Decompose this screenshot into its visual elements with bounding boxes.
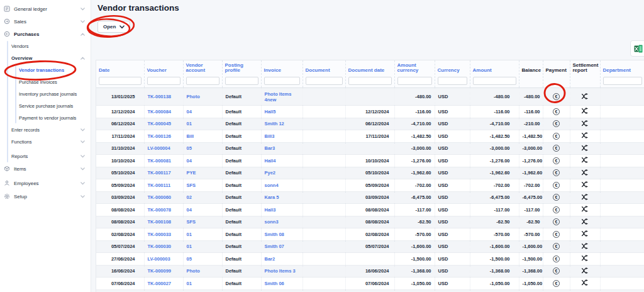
- vendor_account-link[interactable]: 01: [187, 244, 192, 249]
- voucher-link[interactable]: TK-000045: [148, 121, 172, 126]
- column-header-posting_profile[interactable]: Posting profile: [222, 60, 261, 88]
- vendor_account-filter-input[interactable]: [186, 77, 219, 85]
- payment-euro-icon[interactable]: €: [553, 120, 560, 127]
- invoice-link[interactable]: Smith 07: [265, 244, 284, 249]
- vendor_account-link[interactable]: 04: [187, 109, 192, 115]
- invoice-filter-input[interactable]: [264, 77, 300, 85]
- vendor_account-link[interactable]: 05: [187, 145, 192, 151]
- invoice-link[interactable]: Bill3: [265, 133, 275, 139]
- vendor_account-link[interactable]: PYE: [187, 170, 196, 176]
- voucher-link[interactable]: TK-000108: [148, 219, 172, 225]
- settlement-report-icon[interactable]: [581, 279, 589, 286]
- payment-euro-icon[interactable]: €: [553, 157, 560, 164]
- settlement-report-icon[interactable]: [581, 108, 589, 114]
- payment-euro-icon[interactable]: €: [553, 133, 560, 140]
- invoice-link[interactable]: Hall4: [265, 158, 276, 164]
- invoice-link[interactable]: Pye2: [265, 170, 276, 176]
- document_date-filter-input[interactable]: [348, 77, 392, 85]
- payment-euro-icon[interactable]: €: [553, 231, 560, 238]
- sidebar-item-sales[interactable]: Sales: [0, 15, 91, 28]
- sidebar-item-vendors[interactable]: Vendors: [0, 40, 91, 52]
- vendor_account-link[interactable]: 01: [187, 121, 192, 126]
- sidebar-item-enter-records[interactable]: Enter records: [0, 124, 91, 136]
- settlement-report-icon[interactable]: [581, 181, 589, 188]
- payment-euro-icon[interactable]: €: [553, 243, 560, 250]
- column-header-department[interactable]: Department: [600, 60, 644, 88]
- vendor_account-link[interactable]: 04: [187, 158, 192, 164]
- currency-filter-input[interactable]: [438, 77, 467, 85]
- payment-euro-icon[interactable]: €: [553, 194, 560, 201]
- amount_currency-filter-input[interactable]: [397, 77, 432, 85]
- invoice-link[interactable]: Bar2: [265, 256, 275, 262]
- sidebar-item-general-ledger[interactable]: General ledger: [0, 3, 91, 15]
- settlement-report-icon[interactable]: [581, 93, 589, 99]
- table-row[interactable]: 05/10/2024TK-000117PYEDefaultPye205/10/2…: [96, 167, 644, 179]
- voucher-link[interactable]: TK-000081: [148, 158, 172, 164]
- table-row[interactable]: 08/08/2024TK-00007804DefaultHall308/08/2…: [96, 204, 644, 216]
- voucher-link[interactable]: TK-000138: [148, 94, 172, 99]
- sidebar-item-purchase-invoices[interactable]: Purchase invoices: [0, 76, 91, 88]
- document-filter-input[interactable]: [306, 77, 343, 85]
- payment-euro-icon[interactable]: €: [553, 145, 560, 152]
- voucher-link[interactable]: TK-000117: [148, 170, 171, 176]
- column-header-document_date[interactable]: Document date: [345, 60, 394, 88]
- payment-euro-icon[interactable]: €: [553, 280, 560, 287]
- settlement-report-icon[interactable]: [581, 255, 589, 261]
- vendor_account-link[interactable]: 01: [187, 281, 192, 286]
- table-row[interactable]: 05/09/2024TK-000111SFSDefaultsonn405/09/…: [96, 179, 644, 192]
- voucher-link[interactable]: TK-000078: [148, 207, 172, 213]
- vendor_account-link[interactable]: Bill: [187, 133, 194, 139]
- invoice-link[interactable]: sonn3: [265, 219, 279, 225]
- voucher-link[interactable]: TK-000126: [148, 133, 172, 139]
- settlement-report-icon[interactable]: [581, 267, 589, 274]
- invoice-link[interactable]: Smith 12: [265, 121, 284, 126]
- open-filter-button[interactable]: Open: [97, 21, 130, 33]
- table-row[interactable]: 13/01/2025TK-000138PhotoDefaultPhoto Ite…: [96, 88, 644, 106]
- column-header-amount_currency[interactable]: Amount currency: [394, 60, 435, 88]
- table-row[interactable]: 12/12/2024TK-00008404DefaultHall512/12/2…: [96, 106, 644, 118]
- settlement-report-icon[interactable]: [581, 145, 589, 151]
- voucher-link[interactable]: TK-000099: [148, 268, 172, 274]
- sidebar-item-reports[interactable]: Reports: [0, 150, 91, 162]
- vendor_account-link[interactable]: 01: [187, 232, 192, 237]
- settlement-report-icon[interactable]: [581, 169, 589, 176]
- payment-euro-icon[interactable]: €: [553, 256, 560, 262]
- column-header-invoice[interactable]: Invoice: [261, 60, 303, 88]
- sidebar-item-employees[interactable]: Employees: [0, 177, 91, 189]
- settlement-report-icon[interactable]: [581, 120, 589, 126]
- table-row[interactable]: 27/06/2024LV-00000305DefaultBar2-1,500.0…: [96, 253, 644, 266]
- invoice-link[interactable]: Kara 5: [265, 194, 279, 200]
- sidebar-item-functions[interactable]: Functions: [0, 136, 91, 148]
- table-row[interactable]: 03/09/2024TK-00006002DefaultKara 503/09/…: [96, 191, 644, 204]
- sidebar-item-purchases[interactable]: Purchases: [0, 28, 91, 40]
- invoice-link[interactable]: Photo Items 4new: [265, 91, 292, 103]
- invoice-link[interactable]: Bar3: [265, 145, 275, 151]
- payment-euro-icon[interactable]: €: [553, 93, 560, 100]
- table-row[interactable]: 17/11/2024TK-000126BillDefaultBill317/11…: [96, 130, 644, 143]
- settlement-report-icon[interactable]: [581, 132, 589, 138]
- voucher-link[interactable]: LV-000004: [148, 145, 170, 151]
- invoice-link[interactable]: Smith 06: [265, 281, 284, 286]
- voucher-link[interactable]: TK-000060: [148, 194, 172, 200]
- payment-euro-icon[interactable]: €: [553, 267, 560, 274]
- sidebar-item-service-purchase-journals[interactable]: Service purchase journals: [0, 100, 91, 112]
- vendor_account-link[interactable]: Photo: [187, 268, 200, 274]
- column-header-currency[interactable]: Currency: [435, 60, 470, 88]
- export-to-excel-button[interactable]: [630, 40, 644, 57]
- settlement-report-icon[interactable]: [581, 194, 589, 200]
- payment-euro-icon[interactable]: €: [553, 169, 560, 176]
- column-header-voucher[interactable]: Voucher: [144, 60, 183, 88]
- table-row[interactable]: 02/08/2024TK-00003301DefaultSmith 0802/0…: [96, 228, 644, 241]
- payment-euro-icon[interactable]: €: [553, 182, 560, 189]
- invoice-link[interactable]: Hall3: [265, 207, 276, 213]
- vendor_account-link[interactable]: 04: [187, 207, 192, 213]
- invoice-link[interactable]: sonn4: [265, 182, 279, 188]
- table-row[interactable]: 16/06/2024TK-000099PhotoDefaultPhoto Ite…: [96, 265, 644, 278]
- date-filter-input[interactable]: [99, 77, 142, 85]
- voucher-link[interactable]: TK-000111: [148, 182, 171, 188]
- payment-euro-icon[interactable]: €: [553, 108, 560, 115]
- column-header-amount[interactable]: Amount: [470, 60, 519, 88]
- settlement-report-icon[interactable]: [581, 157, 589, 163]
- table-row[interactable]: 10/10/2024TK-00008104DefaultHall410/10/2…: [96, 155, 644, 167]
- department-filter-input[interactable]: [603, 77, 643, 85]
